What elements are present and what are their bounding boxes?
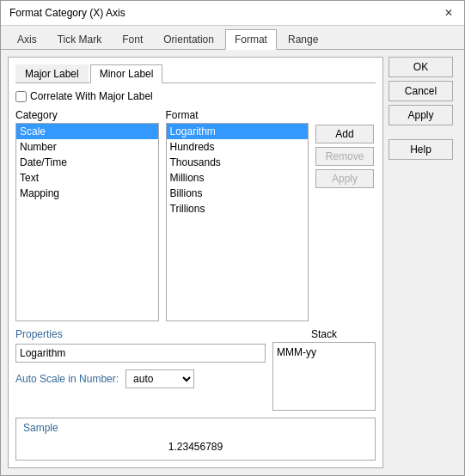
lists-row: Category Scale Number Date/Time Text Map… bbox=[15, 109, 376, 321]
list-item[interactable]: Number bbox=[16, 139, 158, 155]
stack-box: MMM-yy bbox=[272, 342, 376, 411]
sub-tabs-row: Major Label Minor Label bbox=[15, 64, 376, 83]
auto-scale-row: Auto Scale in Number: auto 1 100 1000 10… bbox=[15, 369, 266, 388]
correlate-label: Correlate With Major Label bbox=[30, 90, 153, 102]
correlate-checkbox-row: Correlate With Major Label bbox=[15, 90, 376, 102]
tab-format[interactable]: Format bbox=[225, 29, 277, 50]
main-layout: Major Label Minor Label Correlate With M… bbox=[1, 50, 464, 475]
auto-scale-label: Auto Scale in Number: bbox=[15, 373, 119, 385]
list-item[interactable]: Thousands bbox=[167, 155, 309, 170]
ok-button[interactable]: OK bbox=[389, 57, 453, 77]
list-item[interactable]: Mapping bbox=[16, 186, 158, 201]
list-item[interactable]: Millions bbox=[167, 170, 309, 186]
properties-input[interactable] bbox=[15, 344, 266, 363]
help-button[interactable]: Help bbox=[389, 139, 453, 160]
stack-section: Stack MMM-yy bbox=[272, 328, 376, 411]
add-button[interactable]: Add bbox=[315, 125, 374, 143]
list-item[interactable]: Date/Time bbox=[16, 155, 158, 170]
list-item[interactable]: Billions bbox=[167, 186, 309, 201]
cancel-button[interactable]: Cancel bbox=[389, 81, 453, 101]
apply-button[interactable]: Apply bbox=[389, 105, 453, 125]
title-bar: Format Category (X) Axis ✕ bbox=[1, 1, 464, 26]
tab-font[interactable]: Font bbox=[113, 29, 152, 49]
correlate-checkbox[interactable] bbox=[15, 91, 27, 102]
bottom-section: Properties Auto Scale in Number: auto 1 … bbox=[15, 328, 376, 411]
stack-value: MMM-yy bbox=[277, 346, 316, 358]
format-label: Format bbox=[166, 109, 309, 121]
sub-tab-minor[interactable]: Minor Label bbox=[90, 64, 163, 83]
apply-format-button[interactable]: Apply bbox=[315, 169, 374, 188]
close-button[interactable]: ✕ bbox=[442, 6, 456, 20]
auto-scale-select[interactable]: auto 1 100 1000 1000000 bbox=[125, 369, 194, 388]
left-panel: Major Label Minor Label Correlate With M… bbox=[8, 57, 383, 468]
list-item[interactable]: Text bbox=[16, 170, 158, 186]
remove-button[interactable]: Remove bbox=[315, 147, 374, 166]
tab-orientation[interactable]: Orientation bbox=[154, 29, 223, 49]
sample-value: 1.23456789 bbox=[23, 437, 368, 456]
format-list-section: Format Logarithm Hundreds Thousands Mill… bbox=[166, 109, 309, 321]
category-label: Category bbox=[15, 109, 159, 121]
tabs-row: Axis Tick Mark Font Orientation Format R… bbox=[1, 26, 464, 50]
list-action-buttons: Add Remove Apply bbox=[315, 109, 376, 321]
dialog-title: Format Category (X) Axis bbox=[9, 7, 125, 19]
list-item[interactable]: Hundreds bbox=[167, 139, 309, 155]
format-category-dialog: Format Category (X) Axis ✕ Axis Tick Mar… bbox=[0, 0, 465, 476]
tab-range[interactable]: Range bbox=[278, 29, 327, 49]
tab-axis[interactable]: Axis bbox=[8, 29, 46, 49]
category-listbox[interactable]: Scale Number Date/Time Text Mapping bbox=[15, 123, 159, 321]
properties-label: Properties bbox=[15, 328, 266, 340]
sample-label: Sample bbox=[23, 422, 368, 434]
properties-section: Properties Auto Scale in Number: auto 1 … bbox=[15, 328, 266, 388]
list-item[interactable]: Logarithm bbox=[167, 124, 309, 139]
stack-label: Stack bbox=[272, 328, 376, 340]
list-item[interactable]: Trillions bbox=[167, 201, 309, 217]
content-area: Major Label Minor Label Correlate With M… bbox=[8, 57, 383, 468]
category-list-section: Category Scale Number Date/Time Text Map… bbox=[15, 109, 159, 321]
sample-section: Sample 1.23456789 bbox=[15, 418, 376, 461]
tab-tickmark[interactable]: Tick Mark bbox=[48, 29, 112, 49]
format-listbox[interactable]: Logarithm Hundreds Thousands Millions Bi… bbox=[166, 123, 309, 321]
sub-tab-major[interactable]: Major Label bbox=[15, 64, 89, 82]
list-item[interactable]: Scale bbox=[16, 124, 158, 139]
right-panel: OK Cancel Apply Help bbox=[389, 57, 457, 468]
